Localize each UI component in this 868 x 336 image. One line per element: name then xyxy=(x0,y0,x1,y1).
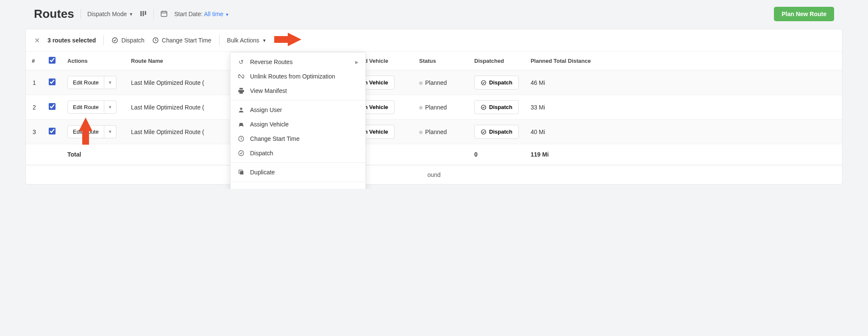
close-icon[interactable]: ✕ xyxy=(34,36,40,45)
page-title: Routes xyxy=(34,7,74,21)
status-dot-icon xyxy=(419,81,423,85)
edit-route-button[interactable]: Edit Route xyxy=(67,101,104,114)
user-icon xyxy=(237,106,245,113)
menu-divider xyxy=(231,100,365,101)
annotation-arrow xyxy=(79,118,92,131)
unlink-routes-item[interactable]: Unlink Routes from Optimization xyxy=(231,69,365,84)
row-checkbox[interactable] xyxy=(49,103,56,110)
annotation-arrow xyxy=(288,33,301,46)
status-dot-icon xyxy=(419,106,423,109)
divider xyxy=(219,35,220,45)
check-circle-icon xyxy=(481,129,487,135)
svg-rect-1 xyxy=(143,11,144,16)
selected-count: 3 routes selected xyxy=(47,37,96,44)
status-cell: Planned xyxy=(413,120,468,144)
dispatch-action[interactable]: Dispatch xyxy=(111,37,144,44)
clock-icon xyxy=(152,37,159,44)
col-actions[interactable]: Actions xyxy=(61,52,125,70)
caret-down-icon: ▼ xyxy=(225,12,229,17)
edit-route-dropdown[interactable]: ▼ xyxy=(104,76,117,89)
svg-point-14 xyxy=(239,151,244,156)
bulk-actions-menu: ↺ Reverse Routes ▶ Unlink Routes from Op… xyxy=(230,52,366,189)
routes-table: # Actions Route Name Assigned Vehicle St… xyxy=(26,52,842,165)
item-label: View Manifest xyxy=(250,87,287,94)
distance-cell: 33 Mi xyxy=(525,95,842,120)
item-label: Duplicate xyxy=(250,169,275,176)
print-icon xyxy=(237,87,245,94)
dispatch-label: Dispatch xyxy=(121,37,144,44)
distance-cell: 40 Mi xyxy=(525,120,842,144)
item-label: Reverse Routes xyxy=(250,59,292,65)
copy-icon xyxy=(237,169,245,176)
svg-point-11 xyxy=(481,129,486,134)
edit-route-dropdown[interactable]: ▼ xyxy=(104,101,117,114)
view-manifest-item[interactable]: View Manifest xyxy=(231,84,365,98)
col-status[interactable]: Status xyxy=(413,52,468,70)
table-row: 2 Edit Route▼ Last Mile Optimized Route … xyxy=(26,95,842,120)
caret-down-icon: ▼ xyxy=(129,12,133,17)
item-label: Dispatch xyxy=(250,150,273,157)
start-date-label: Start Date: xyxy=(174,11,203,17)
item-label: Change Start Time xyxy=(250,135,300,142)
item-label: Assign User xyxy=(250,106,282,113)
total-count: 0 xyxy=(468,144,525,165)
caret-down-icon: ▼ xyxy=(262,38,267,43)
svg-point-12 xyxy=(240,108,242,110)
reverse-icon: ↺ xyxy=(237,59,245,65)
dispatch-item[interactable]: Dispatch xyxy=(231,146,365,160)
change-time-label: Change Start Time xyxy=(162,37,211,44)
check-circle-icon xyxy=(111,37,118,44)
calendar-icon[interactable] xyxy=(160,10,168,19)
dispatch-button[interactable]: Dispatch xyxy=(474,125,519,139)
grid-icon xyxy=(237,188,245,189)
table-row: 1 Edit Route▼ Last Mile Optimized Route … xyxy=(26,70,842,95)
status-cell: Planned xyxy=(413,70,468,95)
item-label: Assign Vehicle xyxy=(250,121,289,128)
svg-rect-0 xyxy=(140,11,142,16)
col-distance[interactable]: Planned Total Distance xyxy=(525,52,842,70)
car-icon xyxy=(237,121,245,128)
menu-divider xyxy=(231,162,365,163)
divider xyxy=(81,9,81,19)
row-checkbox[interactable] xyxy=(49,128,56,134)
row-number: 3 xyxy=(26,120,43,144)
row-checkbox[interactable] xyxy=(49,78,56,85)
bulk-actions-dropdown[interactable]: Bulk Actions ▼ xyxy=(227,37,267,44)
clock-icon xyxy=(237,135,245,142)
change-start-time-item[interactable]: Change Start Time xyxy=(231,132,365,146)
divider xyxy=(153,9,154,19)
assign-vehicle-item[interactable]: Assign Vehicle xyxy=(231,117,365,132)
submenu-caret-icon: ▶ xyxy=(355,60,359,64)
operation-matrix-item[interactable]: Operation Matrix ▶ xyxy=(231,184,365,189)
edit-route-button[interactable]: Edit Route xyxy=(67,76,104,89)
item-label: Unlink Routes from Optimization xyxy=(250,73,335,80)
status-dot-icon xyxy=(419,131,423,134)
assign-user-item[interactable]: Assign User xyxy=(231,103,365,117)
unlink-icon xyxy=(237,73,245,80)
change-start-time-action[interactable]: Change Start Time xyxy=(152,37,211,44)
dispatch-mode-dropdown[interactable]: Dispatch Mode ▼ xyxy=(87,11,133,17)
svg-point-9 xyxy=(481,80,486,85)
svg-point-10 xyxy=(481,105,486,109)
svg-rect-2 xyxy=(145,11,146,15)
results-message: ound xyxy=(26,165,842,184)
reverse-routes-item[interactable]: ↺ Reverse Routes ▶ xyxy=(231,55,365,69)
edit-route-dropdown[interactable]: ▼ xyxy=(104,125,117,138)
check-circle-icon xyxy=(481,104,487,110)
duplicate-item[interactable]: Duplicate xyxy=(231,165,365,179)
dispatch-button[interactable]: Dispatch xyxy=(474,100,519,114)
table-row: 3 Edit Route▼ Last Mile Optimized Route … xyxy=(26,120,842,144)
col-number[interactable]: # xyxy=(26,52,43,70)
check-circle-icon xyxy=(481,80,487,86)
status-cell: Planned xyxy=(413,95,468,120)
start-date-value[interactable]: All time ▼ xyxy=(204,11,229,17)
plan-new-route-button[interactable]: Plan New Route xyxy=(774,7,834,21)
columns-icon[interactable] xyxy=(139,10,147,19)
select-all-checkbox[interactable] xyxy=(49,57,56,64)
distance-cell: 46 Mi xyxy=(525,70,842,95)
col-dispatched[interactable]: Dispatched xyxy=(468,52,525,70)
svg-point-7 xyxy=(112,38,117,43)
dispatch-button[interactable]: Dispatch xyxy=(474,76,519,90)
divider xyxy=(103,35,104,45)
svg-rect-15 xyxy=(240,171,243,174)
